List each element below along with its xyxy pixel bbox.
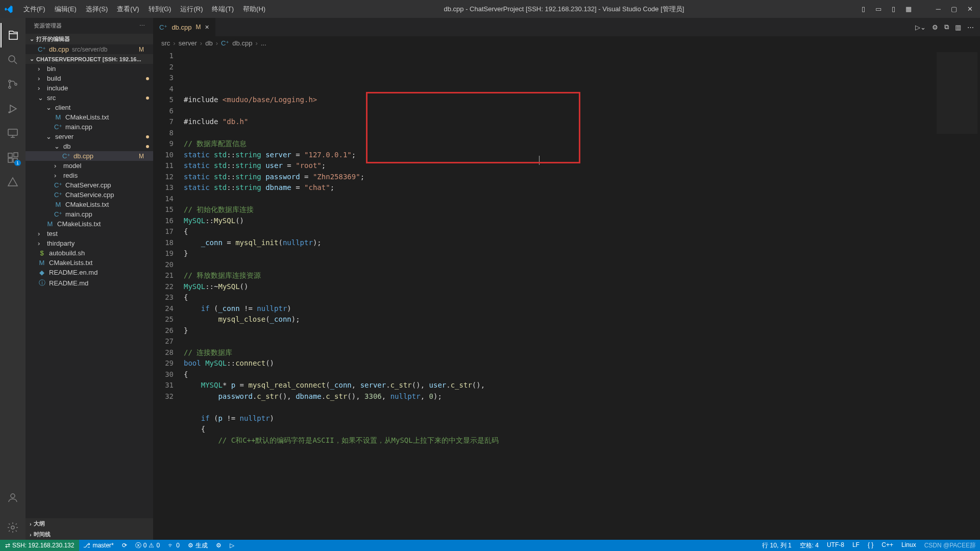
breadcrumb-item[interactable]: db.cpp [232,39,252,47]
file-item[interactable]: C⁺main.cpp [26,209,153,219]
file-item[interactable]: $autobuild.sh [26,248,153,258]
tab-close-icon[interactable]: × [205,23,209,31]
menu-item[interactable]: 运行(R) [176,3,207,16]
ports[interactable]: ᯤ0 [164,540,184,551]
close-button[interactable]: ✕ [964,3,976,15]
minimap[interactable] [929,50,980,540]
folder-item[interactable]: ⌄src [26,93,153,103]
menu-item[interactable]: 查看(V) [113,3,143,16]
folder-item[interactable]: ›thirdparty [26,238,153,248]
debug-target[interactable]: ⚙ [212,540,226,551]
language-mode[interactable]: C++ [877,541,897,548]
settings-gear-icon[interactable] [1,515,25,540]
open-editors-header[interactable]: ⌄ 打开的编辑器 [26,34,153,44]
layout-grid-icon[interactable]: ▦ [902,3,915,15]
explorer-icon[interactable] [1,23,25,47]
menu-item[interactable]: 终端(T) [208,3,238,16]
file-item[interactable]: C⁺db.cppM [26,151,153,161]
svg-rect-7 [8,158,12,162]
menu-item[interactable]: 选择(S) [82,3,112,16]
editor-body[interactable]: 1234567891011121314151617181920212223242… [153,50,980,540]
run-debug-icon[interactable] [1,97,25,121]
cursor-position[interactable]: 行 10, 列 1 [758,541,795,550]
sidebar: 资源管理器 ⋯ ⌄ 打开的编辑器 C⁺ db.cpp src/server/db… [26,18,153,540]
file-item[interactable]: ⓘREADME.md [26,277,153,289]
file-item[interactable]: ◆README.en.md [26,268,153,277]
more-icon[interactable]: ⋯ [967,23,974,31]
file-item[interactable]: C⁺ChatService.cpp [26,190,153,200]
project-header[interactable]: ⌄ CHATSERVERPROJECT [SSH: 192.16... [26,54,153,64]
sync-button[interactable]: ⟳ [118,540,131,551]
remote-os[interactable]: Linux [897,541,920,548]
indentation[interactable]: 空格: 4 [796,541,823,550]
build-button[interactable]: ⚙生成 [184,540,212,551]
folder-item[interactable]: ⌄server [26,132,153,141]
folder-item[interactable]: ›include [26,83,153,93]
chevron-right-icon: › [200,39,202,47]
extensions-icon[interactable]: 1 [1,146,25,170]
code-content[interactable]: #include <muduo/base/Logging.h>#include … [184,50,929,540]
remote-explorer-icon[interactable] [1,121,25,146]
file-item[interactable]: MCMakeLists.txt [26,219,153,229]
chevron-right-icon: › [38,65,44,73]
cmake-file-icon: M [54,113,62,121]
file-name: db [63,142,70,150]
file-item[interactable]: MCMakeLists.txt [26,258,153,268]
menu-item[interactable]: 帮助(H) [239,3,270,16]
warning-icon: ⚠ [149,542,154,549]
cpp-file-icon: C⁺ [62,152,70,160]
outline-header[interactable]: › 大纲 [26,518,153,529]
file-name: main.cpp [65,123,92,131]
file-item[interactable]: C⁺ChatServer.cpp [26,180,153,190]
account-icon[interactable] [1,486,25,510]
folder-item[interactable]: ›model [26,161,153,171]
gear-icon[interactable]: ⚙ [932,23,938,31]
timeline-header[interactable]: › 时间线 [26,529,153,540]
chevron-right-icon: › [255,39,257,47]
layout-left-icon[interactable]: ▯ [859,3,868,15]
folder-item[interactable]: ›build [26,74,153,83]
file-item[interactable]: MCMakeLists.txt [26,112,153,122]
folder-item[interactable]: ›redis [26,171,153,180]
breadcrumb-item[interactable]: ... [261,39,266,47]
file-item[interactable]: MCMakeLists.txt [26,200,153,209]
source-control-icon[interactable] [1,72,25,97]
problems[interactable]: ⓧ0 ⚠0 [131,540,164,551]
menu-item[interactable]: 文件(F) [19,3,50,16]
sync-icon: ⟳ [122,542,127,549]
remote-indicator[interactable]: ⇄ SSH: 192.168.230.132 [0,540,79,551]
cmake-icon[interactable] [1,170,25,195]
tab-db-cpp[interactable]: C⁺ db.cpp M × [153,18,216,36]
more-icon[interactable]: ⋯ [139,22,145,29]
folder-item[interactable]: ⌄db [26,141,153,151]
layout-bottom-icon[interactable]: ▭ [872,3,885,15]
git-branch[interactable]: ⎇ master* [79,540,117,551]
run-icon[interactable]: ▷⌄ [915,23,926,31]
maximize-button[interactable]: ▢ [948,3,960,15]
cpp-file-icon: C⁺ [54,191,62,199]
breadcrumb-item[interactable]: db [205,39,212,47]
launch-button[interactable]: ▷ [226,540,238,551]
split-icon[interactable]: ▥ [955,23,961,31]
file-name: autobuild.sh [49,249,85,257]
menu-item[interactable]: 转到(G) [144,3,176,16]
search-icon[interactable] [1,47,25,72]
folder-item[interactable]: ›test [26,229,153,238]
folder-item[interactable]: ›bin [26,64,153,74]
bracket-icon[interactable]: { } [864,541,877,548]
breadcrumbs[interactable]: src›server›db›C⁺ db.cpp›... [153,36,980,50]
folder-item[interactable]: ⌄client [26,103,153,112]
minimize-button[interactable]: ─ [933,3,944,15]
file-item[interactable]: C⁺main.cpp [26,122,153,132]
breadcrumb-item[interactable]: server [179,39,197,47]
diff-icon[interactable]: ⧉ [944,23,949,31]
chevron-right-icon: › [173,39,175,47]
open-editor-item[interactable]: C⁺ db.cpp src/server/db M [26,44,153,54]
menu-item[interactable]: 编辑(E) [51,3,81,16]
chevron-down-icon: ⌄ [30,36,34,42]
svg-point-0 [9,56,15,62]
layout-right-icon[interactable]: ▯ [889,3,898,15]
encoding[interactable]: UTF-8 [823,541,848,548]
breadcrumb-item[interactable]: src [161,39,170,47]
eol[interactable]: LF [848,541,864,548]
